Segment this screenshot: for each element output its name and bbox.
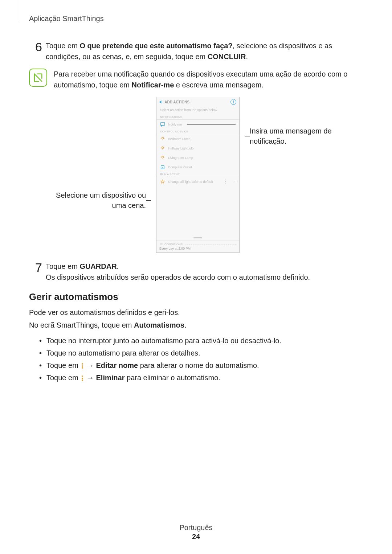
- svg-point-2: [162, 147, 163, 149]
- svg-point-3: [162, 156, 163, 158]
- list-item: Toque em → Eliminar para eliminar o auto…: [39, 372, 363, 384]
- footer-page-number: 24: [0, 533, 392, 541]
- svg-point-5: [162, 167, 163, 168]
- more-icon: [81, 363, 83, 369]
- list-item: Toque em → Editar nome para alterar o no…: [39, 359, 363, 372]
- more-icon[interactable]: ⋮: [222, 181, 228, 182]
- callout-right: Insira uma mensagem de notificação.: [250, 126, 348, 146]
- phone-subtitle: Select an action from the options below.: [156, 107, 239, 115]
- step-6-text: Toque em O que pretende que este automat…: [46, 40, 363, 62]
- phone-screenshot: < ADD ACTIONS i Select an action from th…: [156, 97, 240, 253]
- step-7-number: 7: [29, 261, 42, 283]
- row-scene[interactable]: Change all light color to default ⋮: [156, 177, 239, 186]
- page-header: Aplicação SmartThings: [29, 15, 363, 23]
- bulb-icon: [160, 146, 165, 151]
- drag-handle[interactable]: [193, 237, 202, 238]
- list-item: Toque no automatismo para alterar os det…: [39, 347, 363, 359]
- section-control: CONTROL A DEVICE: [156, 129, 239, 134]
- paragraph: No ecrã SmartThings, toque em Automatism…: [29, 320, 363, 331]
- heading-manage-automations: Gerir automatismos: [29, 291, 363, 303]
- note-text: Para receber uma notificação quando os d…: [54, 69, 363, 90]
- step-6-number: 6: [29, 40, 42, 62]
- star-icon: [160, 179, 165, 184]
- row-device[interactable]: Hallway Lightbulb: [156, 144, 239, 153]
- condition-time: Every day at 2:00 PM: [156, 247, 239, 253]
- row-device[interactable]: Bedroom Lamp: [156, 134, 239, 144]
- info-icon[interactable]: i: [230, 99, 236, 105]
- svg-point-1: [162, 138, 163, 139]
- bulb-icon: [160, 155, 165, 160]
- row-device[interactable]: Livingroom Lamp: [156, 153, 239, 163]
- list-item: Toque no interruptor junto ao automatism…: [39, 335, 363, 347]
- outlet-icon: [160, 165, 165, 170]
- callout-line: [146, 200, 151, 201]
- more-icon: [81, 375, 83, 382]
- back-icon[interactable]: <: [159, 99, 162, 105]
- svg-rect-0: [160, 123, 164, 126]
- callout-left: Selecione um dispositivo ou uma cena.: [44, 190, 146, 210]
- row-notify[interactable]: Notify me: [156, 120, 239, 129]
- step-7-text: Toque em GUARDAR. Os dispositivos atribu…: [46, 261, 363, 283]
- footer-language: Português: [0, 524, 392, 532]
- row-device[interactable]: Computer Outlet: [156, 163, 239, 172]
- conditions-label: CONDITIONS: [159, 242, 236, 246]
- bulb-icon: [160, 136, 165, 141]
- chat-icon: [160, 122, 165, 127]
- left-margin-rule: [19, 0, 19, 22]
- phone-title: ADD ACTIONS: [164, 100, 189, 104]
- callout-line: [245, 136, 250, 136]
- section-notifications: NOTIFICATIONS: [156, 115, 239, 120]
- section-scene: RUN A SCENE: [156, 172, 239, 177]
- paragraph: Pode ver os automatismos definidos e ger…: [29, 307, 363, 318]
- note-icon: [29, 69, 47, 87]
